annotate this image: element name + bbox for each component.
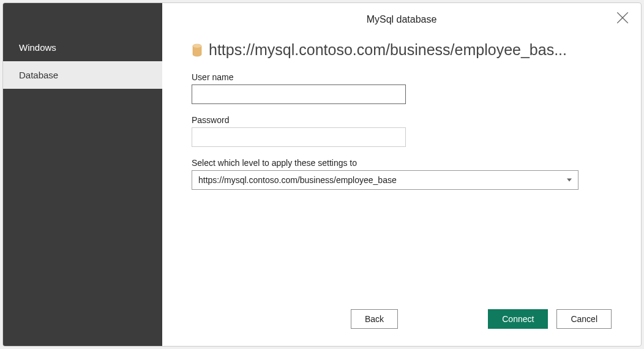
sidebar-item-windows[interactable]: Windows <box>3 34 162 61</box>
database-icon <box>192 43 203 57</box>
dialog-title: MySql database <box>162 3 641 30</box>
credentials-form: User name Password Select which level to… <box>162 72 641 190</box>
dialog-footer: Back Connect Cancel <box>351 309 612 329</box>
connection-url: https://mysql.contoso.com/business/emplo… <box>209 41 567 59</box>
username-input[interactable] <box>192 84 406 104</box>
connect-button[interactable]: Connect <box>488 309 548 329</box>
cancel-button[interactable]: Cancel <box>556 309 612 329</box>
username-label: User name <box>192 72 612 82</box>
password-label: Password <box>192 115 612 125</box>
close-button[interactable] <box>616 12 629 24</box>
auth-type-sidebar: Windows Database <box>3 3 162 346</box>
password-input[interactable] <box>192 127 406 147</box>
back-button[interactable]: Back <box>351 309 398 329</box>
sidebar-item-label: Windows <box>19 42 56 53</box>
connection-url-row: https://mysql.contoso.com/business/emplo… <box>192 41 612 59</box>
sidebar-item-label: Database <box>19 70 58 80</box>
close-icon <box>616 15 629 26</box>
chevron-down-icon <box>567 179 572 182</box>
credentials-dialog: Windows Database MySql database <box>2 2 642 347</box>
level-select[interactable]: https://mysql.contoso.com/business/emplo… <box>192 170 578 190</box>
svg-point-3 <box>193 44 201 48</box>
main-panel: MySql database https://mysql.contoso.com… <box>162 3 641 346</box>
level-selected-value: https://mysql.contoso.com/business/emplo… <box>198 175 397 185</box>
level-label: Select which level to apply these settin… <box>192 158 612 168</box>
sidebar-item-database[interactable]: Database <box>3 61 162 89</box>
